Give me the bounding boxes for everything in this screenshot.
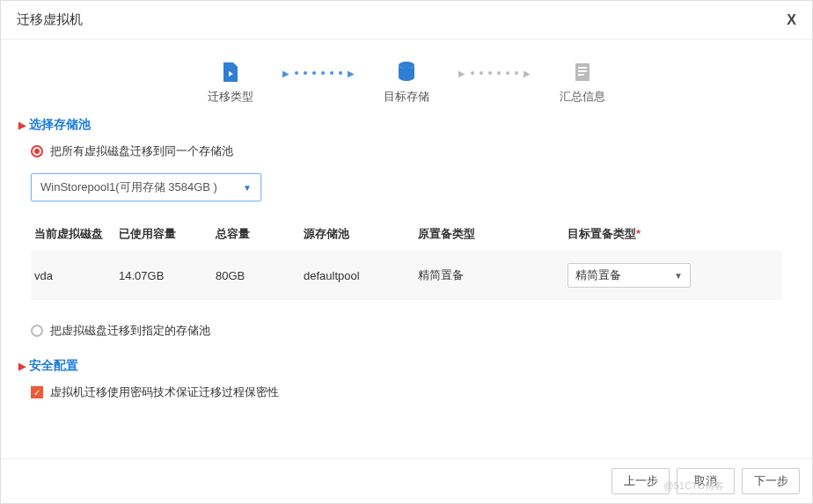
storage-pool-select[interactable]: WinStorepool1(可用存储 3584GB ) ▼ <box>31 173 261 201</box>
select-value: 精简置备 <box>575 267 621 283</box>
step-summary: 汇总信息 <box>543 59 622 105</box>
cell-src: defaultpool <box>304 269 418 282</box>
checkbox-label: 虚拟机迁移使用密码技术保证迁移过程保密性 <box>50 384 279 400</box>
cell-used: 14.07GB <box>119 269 216 282</box>
dialog-header: 迁移虚拟机 X <box>1 1 812 40</box>
section-storage-pool: ▶ 选择存储池 <box>18 117 795 133</box>
col-total: 总容量 <box>216 226 304 242</box>
cell-orig-type: 精简置备 <box>418 267 568 283</box>
svg-rect-4 <box>578 70 587 72</box>
radio-icon <box>31 145 43 157</box>
step-connector: ▶▶ <box>458 69 531 78</box>
radio-same-pool[interactable]: 把所有虚拟磁盘迁移到同一个存储池 <box>31 143 795 159</box>
radio-icon <box>31 325 43 337</box>
step-label: 汇总信息 <box>560 89 605 105</box>
database-icon <box>393 59 420 85</box>
select-value: WinStorepool1(可用存储 3584GB ) <box>40 179 217 195</box>
triangle-icon: ▶ <box>18 361 26 372</box>
checkbox-icon: ✓ <box>31 386 43 398</box>
cancel-button[interactable]: 取消 <box>677 468 735 494</box>
chevron-down-icon: ▼ <box>243 183 252 193</box>
svg-rect-5 <box>578 74 584 76</box>
dialog-footer: 上一步 取消 下一步 <box>1 458 812 503</box>
summary-icon <box>569 59 596 85</box>
col-orig-type: 原置备类型 <box>418 226 568 242</box>
step-migration-type: 迁移类型 <box>191 59 270 105</box>
radio-label: 把所有虚拟磁盘迁移到同一个存储池 <box>50 143 233 159</box>
col-disk: 当前虚拟磁盘 <box>31 226 119 242</box>
target-type-select[interactable]: 精简置备 ▼ <box>568 263 691 288</box>
svg-rect-3 <box>578 67 587 69</box>
svg-point-0 <box>399 62 414 69</box>
next-button[interactable]: 下一步 <box>742 468 800 494</box>
triangle-icon: ▶ <box>18 120 26 131</box>
step-label: 迁移类型 <box>208 89 253 105</box>
section-security: ▶ 安全配置 <box>18 358 795 374</box>
migrate-vm-dialog: 迁移虚拟机 X 迁移类型 ▶▶ 目标存储 ▶▶ 汇总信息 <box>0 0 813 504</box>
cell-disk: vda <box>31 269 119 282</box>
prev-button[interactable]: 上一步 <box>612 468 670 494</box>
step-label: 目标存储 <box>384 89 429 105</box>
close-button[interactable]: X <box>787 12 796 28</box>
cell-total: 80GB <box>216 269 304 282</box>
radio-each-pool[interactable]: 把虚拟磁盘迁移到指定的存储池 <box>31 323 795 339</box>
disk-table: 当前虚拟磁盘 已使用容量 总容量 源存储池 原置备类型 目标置备类型* vda … <box>31 217 782 300</box>
svg-point-1 <box>399 68 414 75</box>
section-title-text: 安全配置 <box>29 358 78 374</box>
table-row: vda 14.07GB 80GB defaultpool 精简置备 精简置备 ▼ <box>31 251 782 300</box>
step-target-storage: 目标存储 <box>367 59 446 105</box>
cell-target-type: 精简置备 ▼ <box>568 263 782 288</box>
dialog-title: 迁移虚拟机 <box>17 11 83 28</box>
step-connector: ▶▶ <box>282 69 355 78</box>
section-title-text: 选择存储池 <box>29 117 91 133</box>
col-used: 已使用容量 <box>119 226 216 242</box>
document-icon <box>217 59 244 85</box>
table-header: 当前虚拟磁盘 已使用容量 总容量 源存储池 原置备类型 目标置备类型* <box>31 217 782 251</box>
chevron-down-icon: ▼ <box>674 271 683 281</box>
radio-label: 把虚拟磁盘迁移到指定的存储池 <box>50 323 210 339</box>
wizard-steps: 迁移类型 ▶▶ 目标存储 ▶▶ 汇总信息 <box>1 40 812 110</box>
col-src: 源存储池 <box>304 226 418 242</box>
dialog-content: ▶ 选择存储池 把所有虚拟磁盘迁移到同一个存储池 WinStorepool1(可… <box>1 110 812 400</box>
security-checkbox[interactable]: ✓ 虚拟机迁移使用密码技术保证迁移过程保密性 <box>31 384 795 400</box>
col-target-type: 目标置备类型* <box>568 226 782 242</box>
